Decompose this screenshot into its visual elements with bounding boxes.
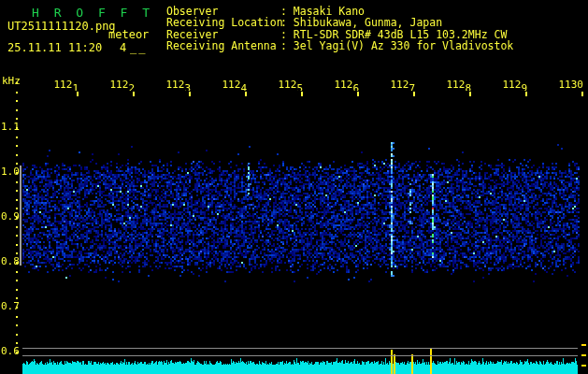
header-info-row: Receiving Antenna: 3el Yagi(V) Az 330 fo… [166,40,513,51]
y-axis-tick-dot [16,307,18,309]
y-axis-tick-dot [16,226,18,228]
strip-grid-line-lower [22,355,578,356]
y-axis-tick-dot [16,82,18,84]
x-axis-tick [357,92,359,96]
info-label: Receiving Antenna [166,40,280,51]
strip-scale-mark [581,344,586,346]
x-axis-tick [189,92,191,96]
info-value: : 3el Yagi(V) Az 330 for Vladivostok [280,39,513,52]
y-axis-tick-dot [16,137,18,138]
y-axis-tick-dot [16,352,18,353]
x-axis-tick-label: 1129 [502,79,527,91]
y-axis-tick-dot [16,127,18,129]
strip-grid-line-upper [22,348,578,349]
x-axis-tick-label: 1128 [446,79,471,91]
x-axis-tick-label: 1125 [278,79,303,91]
x-axis-tick [301,92,303,96]
x-axis-tick-label: 1130 [558,79,583,91]
y-axis-tick-dot [16,118,18,120]
x-axis-tick [469,92,471,96]
y-axis-tick-dot [16,271,18,273]
y-axis-tick-dot [16,92,18,94]
x-axis-tick-label: 1127 [390,79,415,91]
x-axis-tick [413,92,415,96]
y-axis-tick-dot [16,297,18,299]
x-axis-tick [133,92,135,96]
y-axis-tick-dot [16,280,18,281]
y-axis-tick-dot [16,334,18,336]
x-axis-tick [77,92,79,96]
y-axis-tick-dot [16,208,18,209]
y-axis-tick-dot [16,199,18,201]
x-axis-tick [525,92,527,96]
app-title: H R O F F T [32,6,153,20]
y-axis-tick-dot [16,262,18,264]
y-axis-tick-dot [16,190,18,192]
x-axis-tick-label: 1121 [53,79,79,91]
strip-scale-mark [581,354,586,356]
y-axis-tick-dot [16,163,18,165]
header-info-block: Observer: Masaki KanoReceiving Location:… [166,6,513,52]
y-axis-tick-dot [16,100,18,102]
spectrogram-canvas [0,0,588,374]
y-axis-tick-dot [16,217,18,219]
y-axis-tick-dot [16,289,18,291]
output-filename: UT2511111120.png [7,20,116,33]
strip-scale-mark [581,365,586,367]
x-axis-tick [245,92,247,96]
x-axis-tick-label: 1122 [109,79,135,91]
x-axis-tick [581,92,583,96]
y-axis-tick-dot [16,316,18,318]
y-axis-tick-dot [16,172,18,174]
y-axis-tick-dot [16,252,18,254]
y-axis-tick-dot [16,244,18,246]
y-axis-tick-dot [16,324,18,326]
echo-count-suffix: __ [130,41,147,54]
station-label: meteor [108,28,149,41]
y-axis-tick-dot [16,154,18,156]
y-axis-tick-dot [16,235,18,237]
y-axis-tick-dot [16,109,18,111]
frame-datetime: 25.11.11 11:20 [7,41,102,54]
x-axis-tick-label: 1123 [165,79,191,91]
echo-count: 4 [120,41,126,54]
y-axis-tick-dot [16,181,18,183]
x-axis-tick-label: 1126 [334,79,359,91]
band-edge-marker [20,165,22,266]
y-axis-tick-dot [16,145,18,147]
x-axis-tick-label: 1124 [222,79,247,91]
y-axis-unit-label: kHz [2,75,21,87]
hrofft-window: H R O F F T UT2511111120.png meteor 25.1… [0,0,588,374]
y-axis-tick-dot [16,342,18,344]
